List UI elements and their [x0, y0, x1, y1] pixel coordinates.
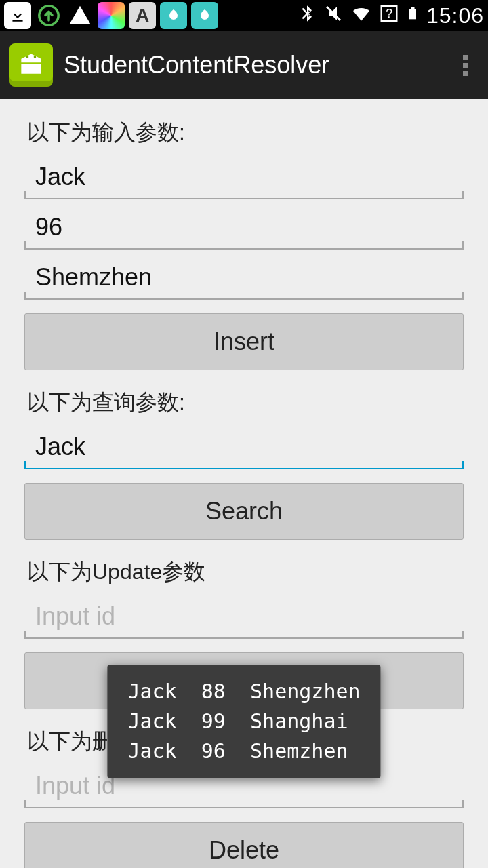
rainbow-icon — [98, 2, 125, 29]
warning-icon — [66, 2, 94, 29]
score-input[interactable] — [24, 203, 464, 250]
clock-text: 15:06 — [426, 3, 484, 28]
query-input[interactable] — [24, 423, 464, 469]
svg-point-7 — [34, 56, 37, 58]
huawei-icon — [160, 2, 187, 29]
action-bar: StudentContentResolver — [0, 31, 488, 99]
update-id-input[interactable] — [24, 593, 464, 639]
bluetooth-icon — [298, 4, 317, 28]
city-input[interactable] — [24, 254, 464, 300]
status-bar: A ? 15:06 — [0, 0, 488, 31]
svg-text:?: ? — [386, 7, 392, 20]
mute-icon — [323, 3, 344, 28]
search-button[interactable]: Search — [24, 483, 464, 540]
download-icon — [4, 2, 31, 29]
wifi-icon — [350, 3, 372, 29]
name-input[interactable] — [24, 153, 464, 199]
svg-rect-5 — [411, 7, 414, 8]
svg-rect-4 — [409, 9, 416, 19]
upload-icon — [35, 2, 62, 29]
app-icon — [9, 43, 53, 87]
insert-section-label: 以下为输入参数: — [27, 118, 461, 148]
overflow-menu-button[interactable] — [456, 48, 474, 83]
app-title: StudentContentResolver — [64, 51, 329, 79]
insert-button[interactable]: Insert — [24, 313, 464, 370]
battery-icon — [406, 2, 420, 30]
huawei-icon — [191, 2, 218, 29]
query-section-label: 以下为查询参数: — [27, 388, 461, 418]
svg-line-1 — [327, 7, 340, 20]
update-section-label: 以下为Update参数 — [27, 557, 461, 587]
delete-button[interactable]: Delete — [24, 822, 464, 868]
signal-unknown-icon: ? — [379, 3, 399, 28]
svg-point-6 — [26, 56, 29, 58]
letter-a-icon: A — [129, 2, 156, 29]
toast-message: Jack 88 Shengzhen Jack 99 Shanghai Jack … — [107, 665, 380, 778]
